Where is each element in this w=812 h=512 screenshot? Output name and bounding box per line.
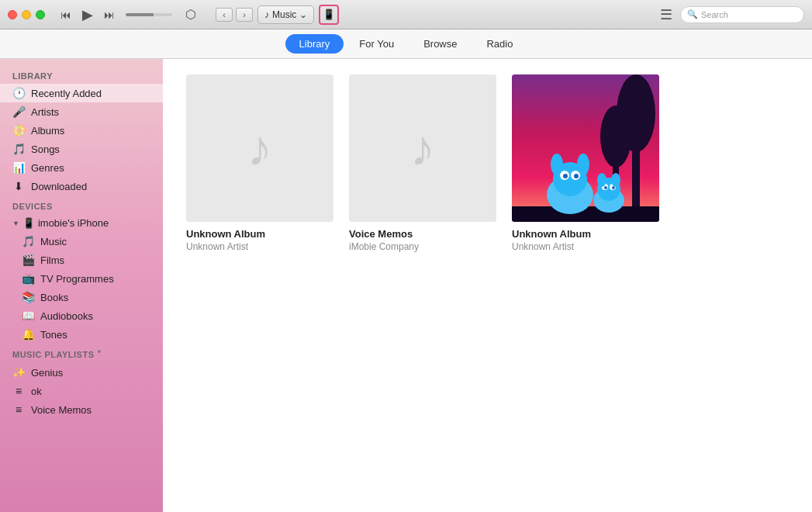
music-note-icon-1: ♪ [247, 119, 272, 177]
sidebar-item-tv-label: TV Programmes [40, 273, 114, 285]
fast-forward-button[interactable]: ⏭ [101, 7, 118, 22]
airplay-button[interactable]: ⬡ [181, 5, 200, 24]
tab-browse[interactable]: Browse [409, 34, 471, 54]
album-card-2[interactable]: ♪ Voice Memos iMobie Company [349, 74, 496, 252]
sidebar-item-audiobooks-label: Audiobooks [40, 310, 93, 322]
traffic-lights [8, 10, 45, 19]
sidebar-item-music[interactable]: 🎵 Music [0, 232, 163, 251]
tab-for-you[interactable]: For You [345, 34, 408, 54]
title-bar: ⏮ ▶ ⏭ ⬡ ‹ › ♪ Music ⌄ 📱 ☰ 🔍 Search [0, 0, 812, 29]
sidebar-item-films[interactable]: 🎬 Films [0, 251, 163, 269]
svg-point-12 [574, 174, 579, 178]
sidebar-item-books[interactable]: 📚 Books [0, 288, 163, 306]
music-icon: 🎵 [22, 235, 34, 247]
source-label: Music [272, 9, 296, 20]
maximize-button[interactable] [36, 10, 45, 19]
search-bar[interactable]: 🔍 Search [680, 6, 804, 23]
list-view-button[interactable]: ☰ [660, 6, 672, 23]
artists-icon: 🎤 [12, 106, 25, 118]
sidebar-item-ok-label: ok [31, 386, 42, 397]
volume-slider[interactable] [126, 13, 172, 16]
minimize-button[interactable] [22, 10, 31, 19]
nav-controls: ‹ › [216, 8, 253, 22]
main-layout: Library 🕐 Recently Added 🎤 Artists 📀 Alb… [0, 59, 812, 512]
sidebar-item-downloaded-label: Downloaded [31, 181, 87, 192]
svg-point-4 [600, 106, 631, 168]
svg-point-19 [604, 186, 607, 189]
sidebar-item-artists[interactable]: 🎤 Artists [0, 102, 163, 121]
albums-icon: 📀 [12, 124, 25, 137]
sidebar-item-downloaded[interactable]: ⬇ Downloaded [0, 177, 163, 195]
library-section-label: Library [0, 65, 163, 84]
svg-point-13 [551, 154, 563, 175]
music-note-icon-2: ♪ [410, 119, 435, 177]
devices-section-label: Devices [0, 195, 163, 214]
playlist-ok-icon: ≡ [12, 385, 25, 397]
voice-memos-icon: ≡ [12, 403, 25, 416]
album-art-image-3 [512, 74, 659, 222]
films-icon: 🎬 [22, 254, 34, 266]
sidebar-item-ok[interactable]: ≡ ok [0, 382, 163, 400]
device-triangle-icon: ▼ [12, 220, 19, 227]
downloaded-icon: ⬇ [12, 180, 25, 192]
svg-point-21 [597, 173, 606, 187]
album-title-1: Unknown Album [186, 228, 333, 240]
sidebar-item-genius[interactable]: ✨ Genius [0, 363, 163, 382]
source-selector[interactable]: ♪ Music ⌄ [257, 5, 314, 24]
svg-point-22 [611, 173, 620, 187]
rewind-button[interactable]: ⏮ [57, 7, 74, 22]
album-artist-3: Unknown Artist [512, 241, 659, 252]
device-iphone-row[interactable]: ▼ 📱 imobie's iPhone [0, 214, 163, 232]
tab-radio[interactable]: Radio [472, 34, 527, 54]
sidebar-item-audiobooks[interactable]: 📖 Audiobooks [0, 306, 163, 325]
nav-tabs-bar: Library For You Browse Radio [0, 29, 812, 59]
chevron-icon: ⌄ [299, 9, 307, 20]
tab-library[interactable]: Library [285, 34, 344, 54]
sidebar-item-albums[interactable]: 📀 Albums [0, 121, 163, 140]
sidebar-item-genres[interactable]: 📊 Genres [0, 158, 163, 177]
album-card-3[interactable]: Unknown Album Unknown Artist [512, 74, 659, 252]
playlists-section-label[interactable]: Music Playlists ˅ [0, 344, 163, 363]
forward-button[interactable]: › [236, 8, 253, 22]
sidebar-item-music-label: Music [40, 236, 67, 247]
back-button[interactable]: ‹ [216, 8, 233, 22]
device-icon: 📱 [22, 217, 35, 229]
sidebar-item-tones[interactable]: 🔔 Tones [0, 325, 163, 344]
sidebar-item-tones-label: Tones [40, 329, 67, 341]
sidebar-item-albums-label: Albums [31, 125, 64, 137]
sidebar-item-songs-label: Songs [31, 144, 60, 155]
album-artist-1: Unknown Artist [186, 241, 333, 252]
sidebar-item-voice-memos[interactable]: ≡ Voice Memos [0, 400, 163, 419]
tv-icon: 📺 [22, 272, 34, 285]
album-artist-2: iMobie Company [349, 241, 496, 252]
books-icon: 📚 [22, 291, 34, 303]
search-icon: 🔍 [687, 9, 698, 19]
album-art-1: ♪ [186, 74, 333, 222]
search-placeholder: Search [701, 10, 728, 19]
album-grid: ♪ Unknown Album Unknown Artist ♪ Voice M… [186, 74, 789, 252]
sidebar-item-songs[interactable]: 🎵 Songs [0, 140, 163, 158]
sidebar: Library 🕐 Recently Added 🎤 Artists 📀 Alb… [0, 59, 163, 512]
tones-icon: 🔔 [22, 328, 34, 341]
content-area: ♪ Unknown Album Unknown Artist ♪ Voice M… [163, 59, 812, 512]
album-art-svg [512, 74, 659, 222]
close-button[interactable] [8, 10, 17, 19]
album-card-1[interactable]: ♪ Unknown Album Unknown Artist [186, 74, 333, 252]
device-name-label: imobie's iPhone [38, 217, 109, 229]
songs-icon: 🎵 [12, 143, 25, 155]
genres-icon: 📊 [12, 161, 25, 174]
sidebar-item-artists-label: Artists [31, 106, 59, 118]
audiobooks-icon: 📖 [22, 310, 34, 322]
device-icon-button[interactable]: 📱 [319, 5, 339, 25]
svg-point-11 [563, 174, 568, 178]
transport-controls: ⏮ ▶ ⏭ ⬡ [57, 5, 200, 25]
album-title-2: Voice Memos [349, 228, 496, 240]
sidebar-item-recently-added[interactable]: 🕐 Recently Added [0, 84, 163, 102]
sidebar-item-genres-label: Genres [31, 162, 64, 174]
album-art-2: ♪ [349, 74, 496, 222]
album-art-3 [512, 74, 659, 222]
sidebar-item-voice-memos-label: Voice Memos [31, 404, 92, 416]
play-button[interactable]: ▶ [79, 5, 96, 25]
sidebar-item-tv-programmes[interactable]: 📺 TV Programmes [0, 269, 163, 288]
phone-icon: 📱 [323, 9, 335, 20]
